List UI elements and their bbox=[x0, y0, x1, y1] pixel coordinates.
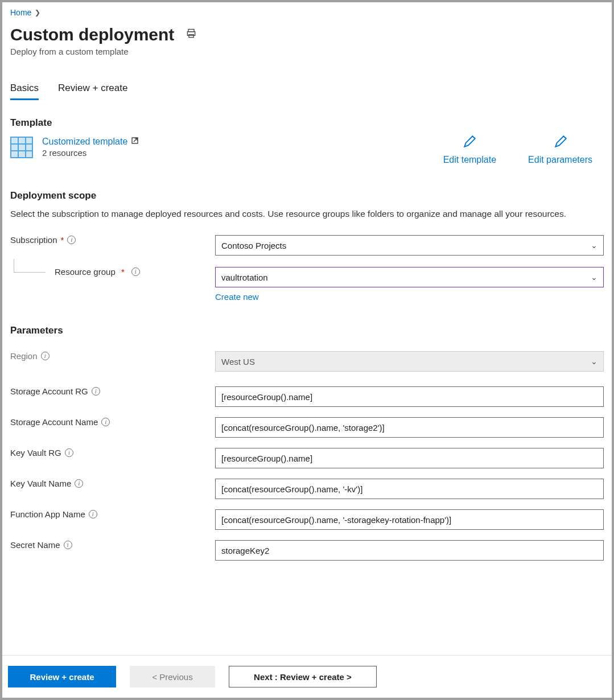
edit-template-link[interactable]: Edit template bbox=[443, 134, 496, 165]
info-icon[interactable]: i bbox=[65, 448, 73, 457]
section-template-heading: Template bbox=[10, 117, 604, 129]
storage-account-rg-input[interactable] bbox=[215, 386, 604, 407]
region-label-row: Region i bbox=[10, 351, 215, 361]
required-asterisk: * bbox=[119, 267, 125, 277]
info-icon[interactable]: i bbox=[41, 352, 50, 360]
subscription-value: Contoso Projects bbox=[221, 241, 286, 250]
breadcrumb: Home ❯ bbox=[10, 8, 604, 17]
subscription-label-row: Subscription * i bbox=[10, 235, 215, 245]
tab-basics[interactable]: Basics bbox=[10, 83, 39, 100]
next-button[interactable]: Next : Review + create > bbox=[229, 666, 377, 687]
storage-account-name-label-row: Storage Account Name i bbox=[10, 417, 215, 427]
pencil-icon bbox=[553, 134, 568, 155]
svg-rect-2 bbox=[189, 35, 193, 38]
key-vault-name-label-row: Key Vault Name i bbox=[10, 479, 215, 488]
page-subtitle: Deploy from a custom template bbox=[10, 47, 604, 56]
chevron-down-icon: ⌄ bbox=[591, 241, 597, 250]
info-icon[interactable]: i bbox=[64, 541, 72, 549]
template-grid-icon bbox=[10, 137, 33, 160]
info-icon[interactable]: i bbox=[75, 479, 83, 488]
function-app-name-input[interactable] bbox=[215, 509, 604, 530]
print-icon[interactable] bbox=[186, 28, 197, 42]
pencil-icon bbox=[462, 134, 477, 155]
customized-template-link[interactable]: Customized template bbox=[42, 137, 139, 147]
edit-parameters-label: Edit parameters bbox=[528, 155, 592, 165]
storage-account-rg-label-row: Storage Account RG i bbox=[10, 386, 215, 396]
footer: Review + create < Previous Next : Review… bbox=[2, 655, 612, 698]
tab-review-create[interactable]: Review + create bbox=[58, 83, 127, 100]
template-resource-count: 2 resources bbox=[42, 148, 139, 158]
create-new-link[interactable]: Create new bbox=[215, 292, 259, 302]
page-title: Custom deployment bbox=[10, 25, 174, 44]
edit-parameters-link[interactable]: Edit parameters bbox=[528, 134, 592, 165]
chevron-down-icon: ⌄ bbox=[591, 273, 597, 282]
chevron-down-icon: ⌄ bbox=[591, 357, 597, 366]
section-parameters-heading: Parameters bbox=[10, 325, 604, 336]
secret-name-label-row: Secret Name i bbox=[10, 540, 215, 550]
storage-account-name-input[interactable] bbox=[215, 417, 604, 438]
key-vault-rg-label: Key Vault RG bbox=[10, 448, 61, 458]
key-vault-rg-label-row: Key Vault RG i bbox=[10, 448, 215, 458]
previous-button[interactable]: < Previous bbox=[130, 666, 215, 687]
resource-group-label-row: Resource group * i bbox=[10, 267, 215, 277]
resource-group-value: vaultrotation bbox=[221, 273, 268, 282]
storage-account-name-label: Storage Account Name bbox=[10, 417, 98, 427]
region-select: West US ⌄ bbox=[215, 351, 604, 372]
key-vault-name-input[interactable] bbox=[215, 479, 604, 499]
info-icon[interactable]: i bbox=[89, 510, 97, 518]
subscription-label: Subscription bbox=[10, 235, 57, 245]
required-asterisk: * bbox=[61, 235, 64, 245]
key-vault-name-label: Key Vault Name bbox=[10, 479, 71, 488]
info-icon[interactable]: i bbox=[67, 236, 76, 244]
storage-account-rg-label: Storage Account RG bbox=[10, 386, 88, 396]
region-label: Region bbox=[10, 351, 38, 361]
review-create-button[interactable]: Review + create bbox=[8, 666, 116, 687]
subscription-select[interactable]: Contoso Projects ⌄ bbox=[215, 235, 604, 256]
chevron-right-icon: ❯ bbox=[35, 9, 40, 17]
function-app-name-label-row: Function App Name i bbox=[10, 509, 215, 519]
info-icon[interactable]: i bbox=[131, 267, 140, 276]
region-value: West US bbox=[221, 357, 255, 367]
tree-line bbox=[14, 259, 46, 273]
resource-group-select[interactable]: vaultrotation ⌄ bbox=[215, 267, 604, 287]
scope-description: Select the subscription to manage deploy… bbox=[10, 207, 604, 220]
svg-rect-5 bbox=[11, 145, 32, 150]
function-app-name-label: Function App Name bbox=[10, 509, 85, 519]
svg-rect-6 bbox=[11, 151, 32, 157]
key-vault-rg-input[interactable] bbox=[215, 448, 604, 468]
svg-rect-4 bbox=[11, 138, 32, 143]
edit-template-label: Edit template bbox=[443, 155, 496, 165]
secret-name-label: Secret Name bbox=[10, 540, 60, 550]
section-scope-heading: Deployment scope bbox=[10, 190, 604, 201]
info-icon[interactable]: i bbox=[92, 387, 100, 396]
info-icon[interactable]: i bbox=[101, 418, 110, 426]
customized-template-label: Customized template bbox=[42, 137, 127, 147]
secret-name-input[interactable] bbox=[215, 540, 604, 561]
resource-group-label: Resource group bbox=[55, 267, 116, 277]
breadcrumb-home[interactable]: Home bbox=[10, 8, 31, 17]
external-link-icon bbox=[131, 137, 139, 147]
tabs: Basics Review + create bbox=[10, 83, 604, 100]
